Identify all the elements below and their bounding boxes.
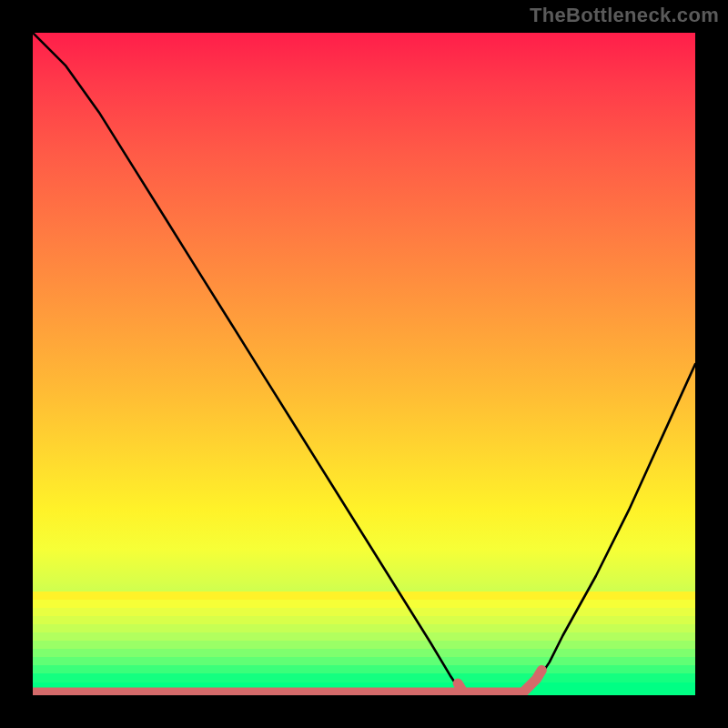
watermark-text: TheBottleneck.com	[530, 4, 719, 27]
optimal-range-highlight	[33, 670, 541, 693]
curve-path	[33, 33, 695, 695]
plot-area	[33, 33, 695, 695]
chart-frame: TheBottleneck.com	[0, 0, 728, 728]
bottleneck-curve	[33, 33, 695, 695]
